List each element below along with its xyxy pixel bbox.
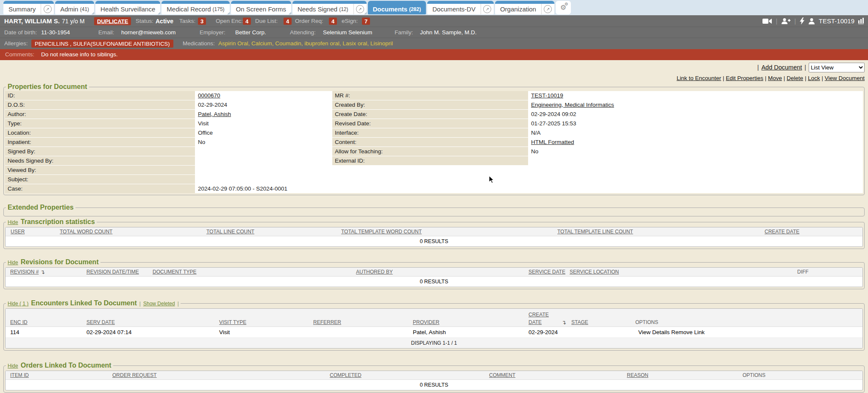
bar-chart-icon[interactable] [858, 18, 864, 24]
email-label: Email: [98, 27, 114, 38]
created-by-link[interactable]: Engineering, Medical Informatics [531, 102, 614, 108]
tab-cap [368, 1, 426, 4]
mr-number-link[interactable]: TEST-10019 [531, 92, 563, 99]
person-icon[interactable] [808, 18, 815, 25]
column-header[interactable]: PROVIDER [413, 319, 440, 325]
open-in-new-window-button[interactable]: ↗ [41, 4, 54, 14]
tab-documents-dv[interactable]: Documents-DV ↗ [427, 1, 494, 14]
tab-organization[interactable]: Organization ↗ [495, 1, 554, 14]
allergies-badge[interactable]: PENICILLINS , SULFA(SULFONAMIDE ANTIBIOT… [31, 40, 173, 48]
medications-list[interactable]: Aspirin Oral, Calcium, Coumadin, ibuprof… [218, 38, 393, 49]
section-title: Orders Linked To Document [21, 362, 111, 369]
field-label: Inpatient: [5, 138, 195, 147]
content-format-link[interactable]: HTML Formatted [531, 139, 574, 145]
view-document-link[interactable]: View Document [825, 75, 865, 81]
column-header[interactable]: SERVICE DATE [529, 269, 565, 275]
patient-name: HART, WILLIAM S. [4, 15, 60, 27]
column-header[interactable]: TOTAL LINE COUNT [206, 229, 254, 235]
column-header[interactable]: ITEM ID [10, 372, 29, 378]
tab-documents[interactable]: Documents (282) [368, 1, 426, 14]
open-enc-count-badge[interactable]: 4 [243, 17, 251, 25]
divider [763, 75, 768, 81]
view-mode-select[interactable]: List View [809, 63, 865, 72]
column-header[interactable]: REASON [627, 372, 648, 378]
status-label: Status: [136, 15, 153, 27]
column-header[interactable]: AUTHORED BY [356, 269, 393, 275]
column-header[interactable]: ENC ID [10, 319, 28, 325]
column-header[interactable]: CREATE [529, 312, 549, 318]
column-header[interactable]: ORDER REQUEST [112, 372, 157, 378]
document-actions: Link to Encounter Edit Properties Move D… [676, 74, 865, 82]
esign-count-badge[interactable]: 7 [362, 17, 370, 25]
hide-link[interactable]: Hide ( 1 ) [8, 301, 28, 307]
family-value: John M. Sample, M.D. [420, 27, 477, 38]
column-header[interactable]: REVISION DATE/TIME [86, 269, 139, 275]
dob-value: 11-30-1954 [41, 27, 70, 38]
column-header[interactable]: REVISION # [10, 269, 39, 275]
edit-properties-link[interactable]: Edit Properties [726, 75, 764, 81]
location-value: Office [195, 128, 332, 137]
person-add-icon[interactable] [781, 18, 790, 25]
page-content: Properties for Document ID: 0000670 MR #… [0, 83, 868, 393]
column-header[interactable]: SERV DATE [86, 319, 115, 325]
row-options-links[interactable]: View Details Remove Link [638, 327, 705, 338]
video-camera-icon[interactable] [762, 18, 772, 24]
hide-link[interactable]: Hide [8, 219, 18, 225]
tab-label: Documents-DV [432, 6, 476, 13]
column-header[interactable]: DOCUMENT TYPE [153, 269, 197, 275]
tab-count: (175) [213, 6, 225, 12]
external-link-icon: ↗ [483, 5, 491, 13]
show-deleted-link[interactable]: Show Deleted [143, 301, 175, 307]
hide-link[interactable]: Hide [8, 363, 18, 369]
tab-settings-button[interactable]: ⚙ ⚙ [556, 1, 571, 14]
add-document-link[interactable]: Add Document [761, 64, 802, 71]
chart-id[interactable]: TEST-10019 [819, 15, 854, 27]
column-header[interactable]: STAGE [571, 319, 588, 325]
tab-on-screen-forms[interactable]: On Screen Forms [231, 1, 291, 14]
order-req-count-badge[interactable]: 4 [329, 17, 337, 25]
field-label: Location: [5, 128, 195, 137]
webchart-document-page: Summary ↗ Admin (41) Health Surveillance… [0, 0, 868, 393]
column-header[interactable]: DATE [529, 319, 542, 325]
document-id-link[interactable]: 0000670 [198, 92, 220, 99]
due-list-count-badge[interactable]: 4 [284, 17, 292, 25]
open-in-new-window-button[interactable]: ↗ [481, 4, 494, 14]
column-header[interactable]: TOTAL WORD COUNT [60, 229, 112, 235]
field-label: Author: [5, 110, 195, 119]
signed-by-value [195, 147, 332, 156]
column-header[interactable]: VISIT TYPE [219, 319, 246, 325]
link-to-encounter-link[interactable]: Link to Encounter [676, 75, 721, 81]
table-header: USER TOTAL WORD COUNT TOTAL LINE COUNT T… [6, 227, 862, 236]
due-list-label: Due List: [255, 15, 278, 27]
tasks-count-badge[interactable]: 3 [198, 17, 206, 25]
open-in-new-window-button[interactable]: ↗ [353, 4, 367, 14]
column-header[interactable]: REFERRER [313, 319, 341, 325]
tab-label: Organization [500, 6, 536, 13]
author-link[interactable]: Patel, Ashish [198, 111, 231, 117]
tab-count: (282) [409, 6, 421, 12]
duplicate-flag-badge[interactable]: DUPLICATE [94, 17, 131, 25]
open-in-new-window-button[interactable]: ↗ [541, 4, 554, 14]
move-link[interactable]: Move [768, 75, 782, 81]
comments-bar: Comments: Do not release info to sibling… [0, 49, 868, 60]
tab-admin[interactable]: Admin (41) [55, 1, 94, 14]
tab-label: Admin [60, 6, 78, 13]
column-header[interactable]: CREATE DATE [765, 229, 799, 235]
column-header[interactable]: USER [11, 229, 25, 235]
column-header[interactable]: TOTAL TEMPLATE LINE COUNT [557, 229, 633, 235]
column-header[interactable]: SERVICE LOCATION [570, 269, 619, 275]
tab-medical-record[interactable]: Medical Record (175) [161, 1, 229, 14]
lock-link[interactable]: Lock [808, 75, 820, 81]
tab-needs-signed[interactable]: Needs Signed (12) ↗ [292, 1, 367, 14]
column-header[interactable]: TOTAL TEMPLATE WORD COUNT [341, 229, 422, 235]
tab-health-surveillance[interactable]: Health Surveillance [95, 1, 160, 14]
hide-link[interactable]: Hide [8, 260, 18, 266]
sort-descending-icon[interactable]: ↴ [40, 269, 45, 275]
document-toolbar: Add Document List View [757, 62, 865, 73]
column-header[interactable]: COMMENT [489, 372, 515, 378]
tab-summary[interactable]: Summary ↗ [3, 1, 54, 14]
sort-descending-icon[interactable]: ↴ [562, 319, 566, 326]
delete-link[interactable]: Delete [787, 75, 803, 81]
lightning-icon[interactable] [800, 17, 804, 25]
column-header[interactable]: COMPLETED [330, 372, 362, 378]
